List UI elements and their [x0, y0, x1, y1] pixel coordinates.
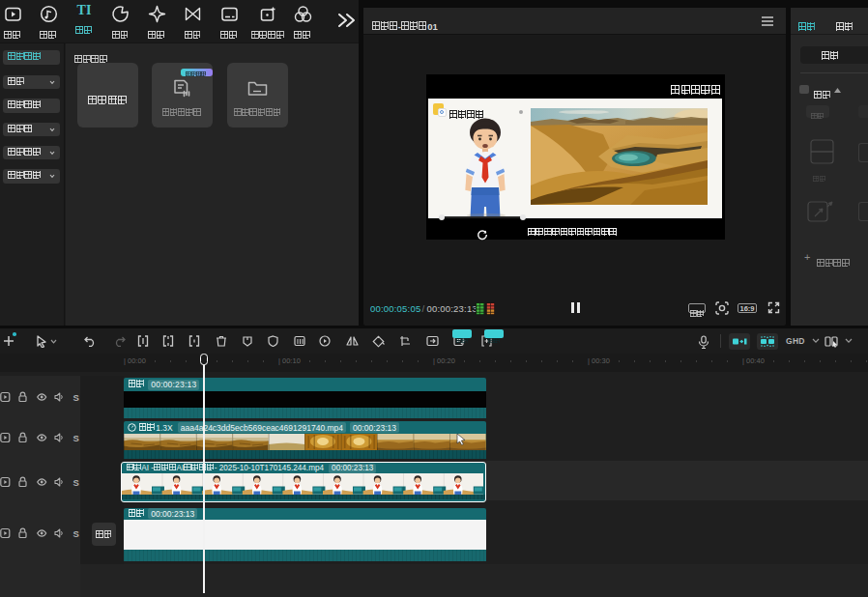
svg-text:S: S: [73, 477, 79, 488]
svg-text:S: S: [73, 392, 79, 403]
svg-text:S: S: [73, 433, 79, 443]
svg-text:S: S: [73, 528, 79, 539]
